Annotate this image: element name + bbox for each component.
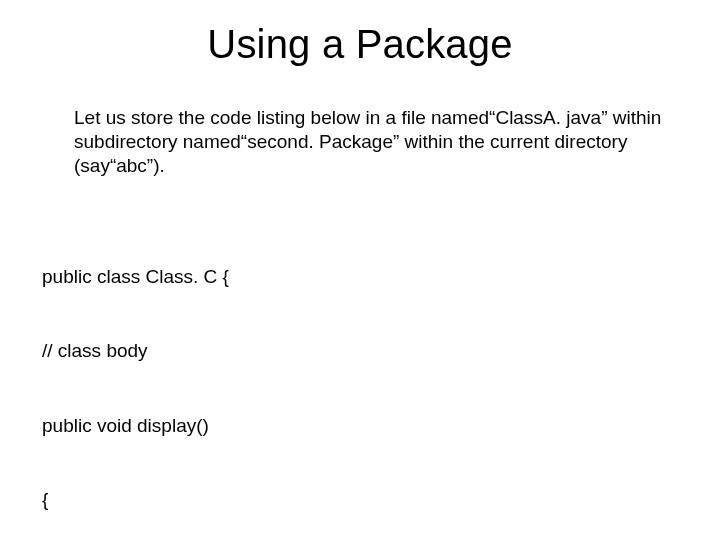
slide: Using a Package Let us store the code li…: [0, 0, 720, 540]
slide-body: Let us store the code listing below in a…: [74, 106, 674, 177]
code-line: // class body: [42, 339, 682, 364]
slide-title: Using a Package: [0, 22, 720, 67]
code-line: public void display(): [42, 414, 682, 439]
code-line: public class Class. C {: [42, 265, 682, 290]
code-listing: public class Class. C { // class body pu…: [42, 216, 682, 540]
code-line: {: [42, 488, 682, 513]
